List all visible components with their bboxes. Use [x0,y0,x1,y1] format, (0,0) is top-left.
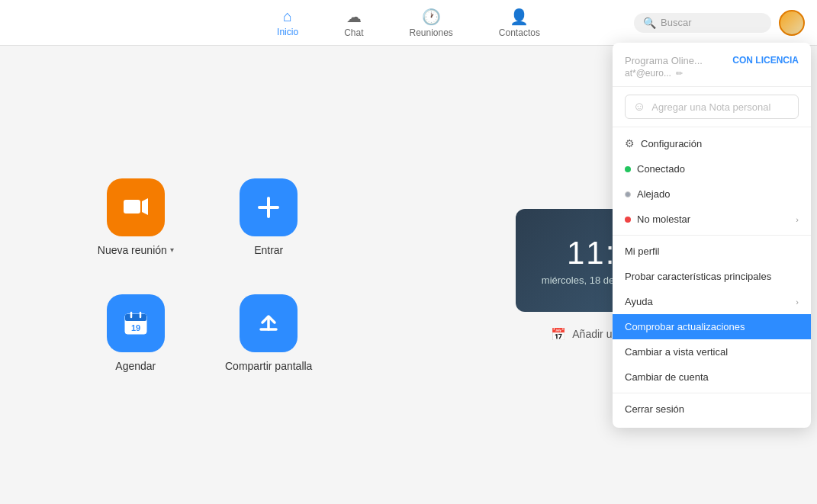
chevron-right-ayuda-icon: › [796,297,799,307]
user-name: Programa Oline... [625,55,703,66]
note-field[interactable]: ☺ Agregar una Nota personal [625,95,799,119]
menu-configuracion[interactable]: ⚙ Configuración [613,130,811,156]
gray-status-dot [625,191,631,197]
contact-icon: 👤 [510,8,529,26]
left-panel: Nueva reunión ▾ Entrar [0,46,404,504]
nav-inicio-label: Inicio [277,27,298,37]
action-compartir-pantalla[interactable]: Compartir pantalla [225,294,312,372]
cambiar-cuenta-label: Cambiar de cuenta [625,371,709,383]
menu-cambiar-cuenta[interactable]: Cambiar de cuenta [613,364,811,390]
cerrar-sesion-label: Cerrar sesión [625,403,684,415]
cambiar-vista-vertical-label: Cambiar a vista vertical [625,346,728,358]
search-placeholder: Buscar [661,17,691,28]
red-status-dot [625,217,631,223]
chat-icon: ☁ [346,8,362,26]
agendar-label: Agendar [115,360,156,372]
chevron-right-icon: › [796,215,799,224]
compartir-pantalla-button[interactable] [240,294,298,352]
nav-right: 🔍 Buscar [634,10,805,36]
nav-inicio[interactable]: ⌂ Inicio [269,3,306,42]
dropdown-menu: Programa Oline... at*@euro... ✏ CON LICE… [613,43,811,428]
conectado-label: Conectado [637,163,685,175]
clock-icon: 🕐 [422,8,441,26]
svg-text:19: 19 [131,323,140,332]
edit-icon: ✏ [676,69,683,79]
nueva-reunion-button[interactable] [107,178,165,236]
gear-icon: ⚙ [625,137,635,149]
menu-cerrar-sesion[interactable]: Cerrar sesión [613,396,811,422]
calendar-icon: 📅 [551,327,566,342]
menu-mi-perfil[interactable]: Mi perfil [613,239,811,264]
nav-chat[interactable]: ☁ Chat [336,3,371,43]
ayuda-label: Ayuda [625,296,653,307]
nav-items: ⌂ Inicio ☁ Chat 🕐 Reuniones 👤 Contactos [269,3,548,43]
note-placeholder: Agregar una Nota personal [651,101,770,113]
smiley-icon: ☺ [633,100,645,114]
action-nueva-reunion[interactable]: Nueva reunión ▾ [92,178,179,256]
alejado-label: Alejado [637,188,670,200]
nav-chat-label: Chat [344,27,363,38]
action-grid: Nueva reunión ▾ Entrar [92,178,313,372]
compartir-pantalla-label: Compartir pantalla [225,360,312,372]
search-bar[interactable]: 🔍 Buscar [634,13,771,33]
no-molestar-label: No molestar [637,213,690,225]
menu-cambiar-vista-vertical[interactable]: Cambiar a vista vertical [613,339,811,364]
svg-rect-7 [125,314,146,321]
nav-reuniones-label: Reuniones [409,27,452,38]
nav-reuniones[interactable]: 🕐 Reuniones [401,3,460,43]
top-nav: ⌂ Inicio ☁ Chat 🕐 Reuniones 👤 Contactos … [0,0,817,46]
probar-caracteristicas-label: Probar características principales [625,271,771,282]
green-status-dot [625,166,631,172]
home-icon: ⌂ [283,8,292,25]
menu-ayuda[interactable]: Ayuda › [613,289,811,314]
svg-rect-0 [124,200,140,213]
svg-marker-1 [142,198,148,215]
menu-header: Programa Oline... at*@euro... ✏ CON LICE… [613,43,811,87]
nav-contactos[interactable]: 👤 Contactos [491,3,548,43]
avatar-button[interactable] [779,10,805,36]
agendar-button[interactable]: 19 [107,294,165,352]
chevron-down-icon: ▾ [170,246,174,254]
menu-probar-caracteristicas[interactable]: Probar características principales [613,264,811,289]
menu-divider-3 [613,393,811,393]
menu-no-molestar[interactable]: No molestar › [613,207,811,232]
menu-divider-2 [613,235,811,236]
menu-conectado[interactable]: Conectado [613,156,811,181]
user-email: at*@euro... [625,68,671,79]
nav-contactos-label: Contactos [499,27,540,38]
mi-perfil-label: Mi perfil [625,246,660,257]
nueva-reunion-label: Nueva reunión ▾ [98,244,174,256]
action-agendar[interactable]: 19 Agendar [92,294,179,372]
menu-comprobar-actualizaciones[interactable]: Comprobar actualizaciones [613,314,811,339]
action-entrar[interactable]: Entrar [225,178,312,256]
license-badge: CON LICENCIA [732,55,799,66]
menu-divider-1 [613,127,811,127]
user-email-row: at*@euro... ✏ [625,68,703,79]
entrar-label: Entrar [254,244,283,256]
entrar-button[interactable] [240,178,298,236]
search-icon: 🔍 [643,17,656,29]
comprobar-actualizaciones-label: Comprobar actualizaciones [625,321,745,332]
user-info: Programa Oline... at*@euro... ✏ [625,55,703,79]
configuracion-label: Configuración [641,138,702,149]
menu-alejado[interactable]: Alejado [613,181,811,207]
